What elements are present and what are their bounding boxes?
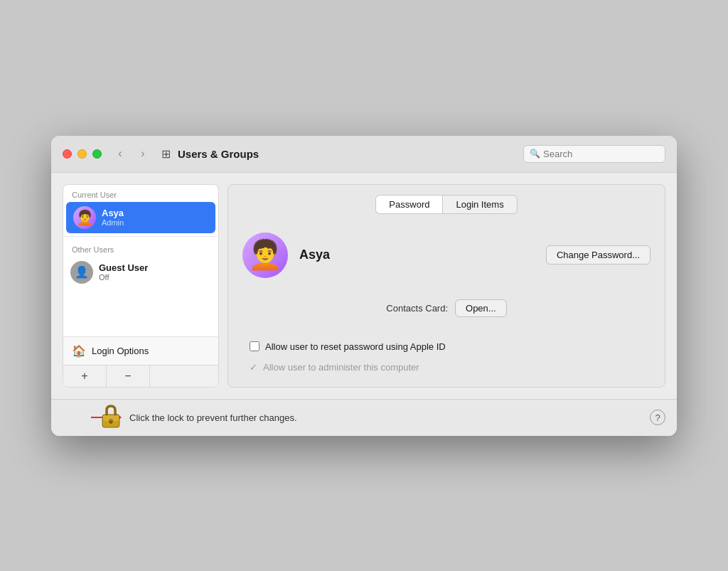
sidebar-spacer bbox=[63, 288, 218, 336]
sidebar-actions: + − bbox=[63, 365, 218, 387]
sidebar: Current User 🧑‍🦱 Asya Admin Other Users bbox=[63, 184, 219, 388]
right-panel: Password Login Items 🧑‍🦱 Asya Change Pas… bbox=[228, 184, 665, 388]
login-options-label: Login Options bbox=[92, 346, 149, 356]
allow-reset-password-label: Allow user to reset password using Apple… bbox=[265, 341, 446, 352]
sidebar-item-guest[interactable]: 👤 Guest User Off bbox=[63, 257, 218, 288]
tab-bar: Password Login Items bbox=[228, 185, 665, 221]
guest-name: Guest User bbox=[99, 262, 148, 273]
login-options-item[interactable]: 🏠 Login Options bbox=[63, 336, 218, 365]
grid-icon: ⊞ bbox=[161, 147, 171, 161]
asya-name: Asya bbox=[102, 208, 124, 218]
close-button[interactable] bbox=[63, 149, 72, 159]
tab-password[interactable]: Password bbox=[375, 195, 442, 214]
sidebar-divider bbox=[63, 236, 218, 237]
user-detail-header: 🧑‍🦱 Asya Change Password... bbox=[228, 221, 665, 292]
back-button[interactable]: ‹ bbox=[110, 144, 130, 164]
change-password-button[interactable]: Change Password... bbox=[546, 245, 651, 265]
titlebar: ‹ › ⊞ Users & Groups 🔍 bbox=[51, 136, 677, 173]
asya-avatar-small: 🧑‍🦱 bbox=[73, 206, 96, 229]
current-user-label: Current User bbox=[63, 185, 218, 202]
search-icon: 🔍 bbox=[530, 149, 540, 159]
sidebar-item-asya[interactable]: 🧑‍🦱 Asya Admin bbox=[66, 202, 215, 233]
guest-role: Off bbox=[99, 273, 148, 282]
bottom-bar: Click the lock to prevent further change… bbox=[51, 399, 677, 436]
main-area: Current User 🧑‍🦱 Asya Admin Other Users bbox=[51, 173, 677, 399]
forward-button[interactable]: › bbox=[133, 144, 153, 164]
contacts-card-row: Contacts Card: Open... bbox=[242, 292, 651, 331]
lock-status-text: Click the lock to prevent further change… bbox=[129, 412, 650, 423]
allow-administer-label: Allow user to administer this computer bbox=[263, 362, 419, 373]
lock-icon bbox=[100, 403, 122, 429]
asya-avatar-big: 🧑‍🦱 bbox=[242, 233, 288, 278]
open-contacts-button[interactable]: Open... bbox=[455, 299, 507, 317]
help-button[interactable]: ? bbox=[650, 410, 665, 425]
search-box[interactable]: 🔍 bbox=[523, 145, 665, 163]
minimize-button[interactable] bbox=[77, 149, 87, 159]
login-options-icon: 🏠 bbox=[72, 344, 86, 358]
allow-administer-row: ✓ Allow user to administer this computer bbox=[242, 362, 651, 373]
other-users-label: Other Users bbox=[63, 240, 218, 257]
svg-rect-2 bbox=[110, 421, 112, 424]
asya-role: Admin bbox=[102, 218, 124, 227]
add-user-button[interactable]: + bbox=[63, 365, 107, 387]
fullscreen-button[interactable] bbox=[92, 149, 102, 159]
contacts-card-label: Contacts Card: bbox=[386, 303, 448, 314]
asya-user-info: Asya Admin bbox=[102, 208, 124, 227]
detail-user-name: Asya bbox=[299, 247, 546, 262]
allow-reset-password-row: Allow user to reset password using Apple… bbox=[242, 341, 651, 352]
guest-avatar: 👤 bbox=[70, 261, 93, 284]
content-area: Current User 🧑‍🦱 Asya Admin Other Users bbox=[51, 173, 677, 436]
guest-user-info: Guest User Off bbox=[99, 262, 148, 282]
remove-user-button[interactable]: − bbox=[107, 365, 150, 387]
search-input[interactable] bbox=[543, 149, 659, 159]
traffic-lights bbox=[63, 149, 102, 159]
administer-checkmark: ✓ bbox=[250, 362, 257, 373]
main-window: ‹ › ⊞ Users & Groups 🔍 Current User 🧑‍🦱 … bbox=[51, 136, 677, 436]
nav-buttons: ‹ › bbox=[110, 144, 153, 164]
lock-icon-container[interactable] bbox=[100, 403, 122, 432]
svg-rect-3 bbox=[103, 415, 119, 421]
tab-login-items[interactable]: Login Items bbox=[442, 195, 517, 214]
allow-reset-password-checkbox[interactable] bbox=[250, 341, 259, 351]
detail-content: Contacts Card: Open... Allow user to res… bbox=[228, 292, 665, 387]
window-title: Users & Groups bbox=[178, 148, 523, 160]
